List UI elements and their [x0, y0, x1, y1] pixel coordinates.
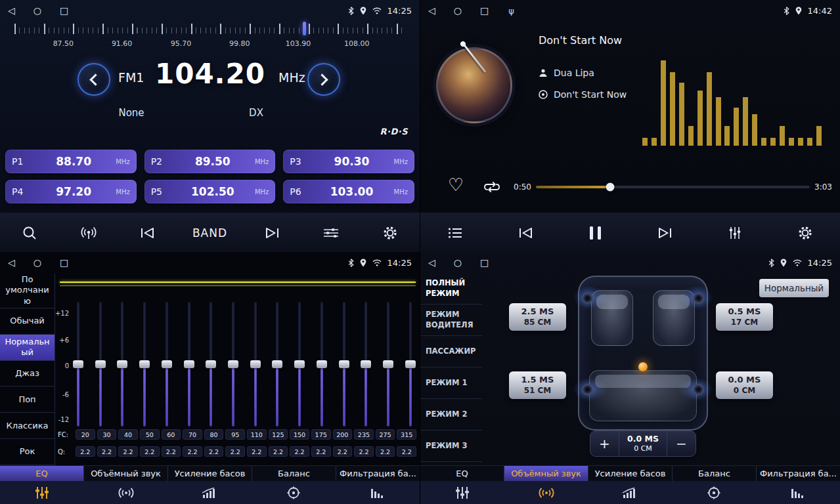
- mode-3[interactable]: РЕЖИМ 3: [420, 430, 482, 462]
- mode-driver[interactable]: РЕЖИМ ВОДИТЕЛЯ: [420, 304, 482, 336]
- eq-band-slider[interactable]: [228, 302, 238, 427]
- frequency-ruler[interactable]: 87.50 91.60 95.70 99.80 103.90 108.00: [14, 24, 405, 52]
- eq-preset-pop[interactable]: Поп: [0, 387, 55, 413]
- eq-band-slider[interactable]: [162, 302, 172, 427]
- nav-recents-icon[interactable]: □: [480, 5, 489, 16]
- surround-tab-icon[interactable]: [504, 481, 588, 504]
- eq-band-slider[interactable]: [206, 302, 216, 427]
- eq-preset-custom[interactable]: Обычай: [0, 308, 55, 335]
- nav-home-icon[interactable]: ○: [33, 257, 41, 268]
- mode-2[interactable]: РЕЖИМ 2: [420, 399, 482, 430]
- broadcast-icon[interactable]: [75, 226, 102, 240]
- seek-bar[interactable]: [536, 186, 810, 188]
- eq-band-slider[interactable]: [184, 302, 194, 427]
- scan-icon[interactable]: [16, 225, 43, 241]
- tab-eq[interactable]: EQ: [0, 466, 84, 481]
- settings-gear-icon[interactable]: [791, 225, 819, 241]
- nav-back-icon[interactable]: ◁: [8, 257, 15, 268]
- balance-tab-icon[interactable]: [252, 481, 336, 504]
- nav-home-icon[interactable]: ○: [33, 5, 41, 16]
- nav-back-icon[interactable]: ◁: [428, 5, 435, 16]
- eq-band-slider[interactable]: [361, 302, 371, 427]
- eq-band-slider[interactable]: [139, 302, 150, 427]
- tab-filter[interactable]: Фильтрация ба...: [757, 466, 840, 481]
- tab-eq[interactable]: EQ: [420, 466, 504, 481]
- next-track-icon[interactable]: [652, 227, 679, 239]
- eq-preset-default[interactable]: По умолчанию: [0, 273, 55, 308]
- band-button[interactable]: BAND: [192, 226, 227, 240]
- eq-tab-icon[interactable]: [420, 481, 504, 504]
- mode-full[interactable]: ПОЛНЫЙ РЕЖИМ: [420, 273, 482, 304]
- eq-preset-classic[interactable]: Классика: [0, 413, 55, 439]
- surround-tab-icon[interactable]: [84, 481, 168, 504]
- eq-band-slider[interactable]: [405, 302, 416, 427]
- tab-bass-boost[interactable]: Усиление басов: [168, 466, 252, 481]
- rear-right-delay-button[interactable]: 0.0 MS 0 CM: [716, 371, 773, 399]
- previous-station-icon[interactable]: [133, 227, 161, 239]
- bass-boost-tab-icon[interactable]: [588, 481, 673, 504]
- tab-surround[interactable]: Объёмный звук: [84, 466, 168, 481]
- eq-slider-knob[interactable]: [405, 360, 416, 368]
- eq-band-slider[interactable]: [250, 302, 261, 427]
- front-left-delay-button[interactable]: 2.5 MS 85 CM: [509, 303, 566, 331]
- nav-recents-icon[interactable]: □: [480, 257, 489, 268]
- tune-down-button[interactable]: [77, 63, 110, 96]
- mode-1[interactable]: РЕЖИМ 1: [420, 368, 482, 399]
- balance-tab-icon[interactable]: [672, 481, 756, 504]
- eq-slider-knob[interactable]: [117, 360, 127, 368]
- eq-slider-knob[interactable]: [228, 360, 238, 368]
- eq-slider-knob[interactable]: [317, 360, 327, 368]
- mode-passenger[interactable]: ПАССАЖИР: [420, 336, 482, 368]
- eq-band-slider[interactable]: [383, 302, 393, 427]
- tab-balance[interactable]: Баланс: [252, 466, 336, 481]
- preset-button-p4[interactable]: P4 97.20 MHz: [5, 180, 137, 203]
- eq-slider-knob[interactable]: [162, 360, 172, 368]
- surround-preset-button[interactable]: Нормальный: [759, 279, 829, 297]
- filter-tab-icon[interactable]: [336, 481, 420, 504]
- pause-icon[interactable]: [581, 226, 609, 240]
- eq-slider-knob[interactable]: [339, 360, 349, 368]
- settings-gear-icon[interactable]: [376, 225, 404, 241]
- nav-back-icon[interactable]: ◁: [8, 5, 15, 16]
- front-right-delay-button[interactable]: 0.5 MS 17 CM: [716, 303, 773, 331]
- eq-slider-knob[interactable]: [294, 360, 305, 368]
- nav-home-icon[interactable]: ○: [454, 5, 462, 16]
- rear-left-delay-button[interactable]: 1.5 MS 51 CM: [509, 371, 566, 399]
- listening-position-dot[interactable]: [638, 362, 648, 371]
- tab-balance[interactable]: Баланс: [673, 466, 757, 481]
- audio-settings-icon[interactable]: [317, 227, 345, 239]
- eq-slider-knob[interactable]: [250, 360, 261, 368]
- eq-band-slider[interactable]: [317, 302, 327, 427]
- delay-increase-button[interactable]: +: [590, 431, 619, 456]
- nav-recents-icon[interactable]: □: [60, 257, 68, 268]
- eq-band-slider[interactable]: [73, 302, 83, 427]
- playlist-icon[interactable]: [441, 227, 469, 239]
- delay-decrease-button[interactable]: −: [667, 431, 696, 456]
- eq-slider-knob[interactable]: [139, 360, 150, 368]
- previous-track-icon[interactable]: [512, 227, 539, 239]
- eq-preset-jazz[interactable]: Джаз: [0, 361, 55, 387]
- preset-button-p3[interactable]: P3 90.30 MHz: [283, 150, 414, 173]
- front-left-speaker-icon[interactable]: [582, 293, 593, 304]
- eq-slider-knob[interactable]: [95, 360, 106, 368]
- eq-slider-knob[interactable]: [73, 360, 83, 368]
- eq-preset-rock[interactable]: Рок: [0, 439, 55, 465]
- bass-boost-tab-icon[interactable]: [168, 481, 252, 504]
- nav-back-icon[interactable]: ◁: [428, 257, 435, 268]
- preset-button-p6[interactable]: P6 103.00 MHz: [283, 180, 414, 203]
- eq-band-slider[interactable]: [95, 302, 106, 427]
- eq-band-slider[interactable]: [294, 302, 305, 427]
- filter-tab-icon[interactable]: [756, 481, 840, 504]
- favorite-icon[interactable]: ♡: [448, 176, 464, 194]
- eq-slider-knob[interactable]: [206, 360, 216, 368]
- eq-slider-knob[interactable]: [361, 360, 371, 368]
- preset-button-p5[interactable]: P5 102.50 MHz: [144, 180, 276, 203]
- mixer-icon[interactable]: [721, 226, 749, 240]
- nav-home-icon[interactable]: ○: [454, 257, 462, 268]
- eq-slider-knob[interactable]: [383, 360, 393, 368]
- tab-surround[interactable]: Объёмный звук: [504, 466, 588, 481]
- preset-button-p2[interactable]: P2 89.50 MHz: [144, 150, 276, 173]
- rear-left-speaker-icon[interactable]: [582, 384, 593, 395]
- eq-band-slider[interactable]: [339, 302, 349, 427]
- tuning-needle[interactable]: [303, 22, 306, 35]
